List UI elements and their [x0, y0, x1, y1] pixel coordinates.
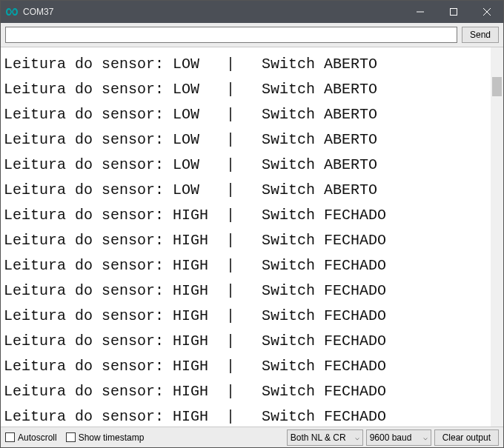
footer: Autoscroll Show timestamp Both NL & CR ⌵… — [1, 427, 503, 447]
titlebar: COM37 — [1, 1, 503, 23]
autoscroll-label: Autoscroll — [18, 432, 57, 443]
input-row: Send — [1, 23, 503, 47]
chevron-down-icon: ⌵ — [355, 433, 359, 441]
baud-value: 9600 baud — [370, 432, 414, 443]
window-controls — [403, 1, 503, 23]
autoscroll-checkbox[interactable]: Autoscroll — [5, 432, 57, 443]
checkbox-icon — [5, 432, 15, 442]
maximize-button[interactable] — [437, 1, 470, 23]
serial-input[interactable] — [5, 27, 457, 43]
svg-rect-1 — [450, 9, 457, 16]
send-button[interactable]: Send — [462, 27, 499, 43]
console-output[interactable]: Leitura do sensor: LOW | Switch ABERTO L… — [1, 47, 491, 427]
chevron-down-icon: ⌵ — [423, 433, 428, 441]
timestamp-checkbox[interactable]: Show timestamp — [66, 432, 145, 443]
line-ending-select[interactable]: Both NL & CR ⌵ — [287, 429, 363, 446]
checkbox-icon — [66, 432, 76, 442]
line-ending-value: Both NL & CR — [291, 432, 346, 443]
maximize-icon — [450, 8, 457, 16]
baud-select[interactable]: 9600 baud ⌵ — [366, 429, 431, 446]
minimize-button[interactable] — [403, 1, 437, 23]
timestamp-label: Show timestamp — [79, 432, 145, 443]
output-area: Leitura do sensor: LOW | Switch ABERTO L… — [1, 47, 503, 427]
scrollbar[interactable] — [491, 47, 503, 427]
app-icon — [1, 7, 23, 16]
close-button[interactable] — [470, 1, 503, 23]
clear-output-button[interactable]: Clear output — [434, 429, 499, 446]
close-icon — [483, 8, 491, 16]
scrollbar-thumb[interactable] — [492, 77, 502, 96]
window-title: COM37 — [23, 7, 403, 17]
serial-monitor-window: COM37 Send Leitura do sensor: LOW | Swit… — [0, 0, 504, 448]
minimize-icon — [417, 8, 424, 16]
arduino-icon — [6, 7, 18, 16]
